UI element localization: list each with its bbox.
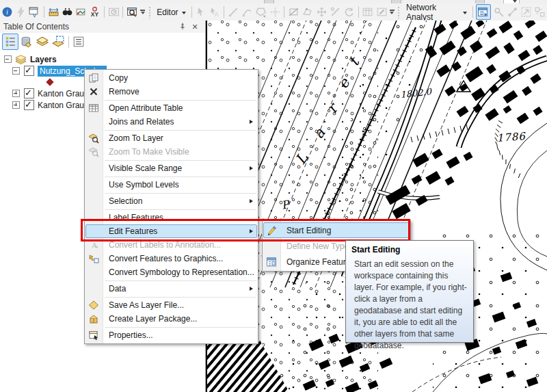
layers-icon: [15, 55, 27, 64]
sketch-properties-icon[interactable]: [375, 5, 388, 19]
menu-item-label: Convert Symbology to Representation...: [109, 267, 254, 277]
find-icon[interactable]: [61, 5, 73, 19]
menu-item-convert-features-to-graphics[interactable]: Convert Features to Graphics...: [85, 252, 258, 265]
sketch-shape-icon[interactable]: [255, 5, 267, 19]
layer-label-kanton-2[interactable]: Kanton Graub: [38, 101, 89, 110]
list-by-selection-icon[interactable]: [51, 34, 66, 49]
layer-label-kanton-1[interactable]: Kanton Graub: [38, 89, 89, 99]
html-popup-icon[interactable]: [29, 5, 41, 19]
solve-icon[interactable]: [506, 5, 518, 19]
menu-item-copy[interactable]: Copy: [85, 71, 258, 85]
toolbar-grip[interactable]: [148, 6, 152, 18]
menu-item-save-as-layer-file[interactable]: Save As Layer File...: [85, 298, 258, 312]
submenu-item-start-editing[interactable]: Start Editing: [263, 222, 410, 238]
menu-item-label: Joins and Relates: [109, 117, 174, 127]
create-viewer-window-icon[interactable]: [126, 5, 138, 19]
reshape-feature-icon[interactable]: [302, 5, 314, 19]
layer-context-menu: CopyRemoveOpen Attribute TableJoins and …: [84, 69, 258, 344]
toolbar-grip[interactable]: [397, 6, 401, 18]
layer-symbol-diamond[interactable]: [46, 78, 53, 86]
move-feature-icon[interactable]: [315, 5, 328, 19]
rotate-tool-icon[interactable]: [343, 5, 355, 19]
menu-item-convert-symbology-to-representation[interactable]: Convert Symbology to Representation...: [85, 265, 258, 279]
menu-item-label: Selection: [109, 196, 142, 206]
menu-item-label: Visible Scale Range: [109, 164, 182, 173]
hyperlink-icon[interactable]: [14, 5, 27, 19]
menu-item-label: Start Editing: [286, 226, 331, 235]
list-by-source-icon[interactable]: [19, 34, 34, 49]
zoomlayer-icon: [85, 133, 103, 144]
time-slider-icon[interactable]: [107, 5, 120, 19]
directions-icon[interactable]: [520, 5, 533, 19]
network-analyst-menu-button[interactable]: Network Analyst: [403, 1, 470, 23]
chevron-down-icon: [463, 12, 467, 14]
menu-item-remove[interactable]: Remove: [85, 85, 258, 99]
remove-icon: [85, 86, 103, 97]
editor-menu-label: Editor: [157, 8, 178, 17]
layer-checkbox[interactable]: [24, 100, 34, 110]
snapping-icon[interactable]: [269, 5, 281, 19]
sketch-line-icon[interactable]: [227, 5, 239, 19]
editor-menu-button[interactable]: Editor: [153, 6, 189, 18]
tooltip-title: Start Editing: [351, 245, 468, 254]
copy-icon: [85, 73, 103, 83]
create-network-location-icon[interactable]: [492, 5, 505, 19]
network-analyst-window-icon[interactable]: [476, 4, 491, 20]
cut-polygons-icon[interactable]: [287, 5, 299, 19]
layers-root-label[interactable]: Layers: [30, 55, 57, 64]
menu-item-edit-features[interactable]: Edit Features: [85, 224, 258, 238]
menu-item-visible-scale-range[interactable]: Visible Scale Range: [85, 161, 258, 175]
edit-annotation-icon[interactable]: A: [209, 5, 221, 19]
list-by-visibility-icon[interactable]: [35, 34, 50, 49]
collapse-box[interactable]: [4, 55, 12, 63]
expand-box[interactable]: [12, 101, 20, 109]
package-icon: [85, 313, 103, 324]
menu-item-joins-and-relates[interactable]: Joins and Relates: [85, 115, 258, 129]
toc-options-icon[interactable]: [71, 34, 86, 49]
find-route-icon[interactable]: [75, 5, 87, 19]
menu-item-label-features[interactable]: Label Features: [85, 211, 258, 224]
toolbar-options-button[interactable]: [139, 6, 146, 18]
layer-checkbox[interactable]: [24, 88, 34, 99]
menu-item-label: Properties...: [109, 330, 153, 340]
toolbar-row: i XY Editor A: [0, 3, 547, 21]
sketch-arc-icon[interactable]: [241, 5, 253, 19]
annotation-icon: A: [85, 239, 103, 250]
go-to-xy-icon[interactable]: XY: [89, 5, 101, 19]
layer-checkbox[interactable]: [24, 66, 34, 76]
identify-icon[interactable]: i: [1, 5, 13, 19]
measure-icon[interactable]: [47, 5, 59, 19]
collapse-box[interactable]: [12, 67, 20, 75]
menu-item-label: Zoom To Make Visible: [109, 147, 189, 157]
menu-item-create-layer-package[interactable]: Create Layer Package...: [85, 312, 258, 326]
expand-box[interactable]: [12, 90, 20, 97]
map-elevation-label-1786: 1786: [496, 130, 526, 144]
split-tool-icon[interactable]: [329, 5, 341, 19]
menu-item-selection[interactable]: Selection: [85, 194, 258, 208]
submenu-arrow-icon: [250, 199, 253, 203]
pin-icon[interactable]: [178, 22, 187, 31]
svg-text:A: A: [92, 241, 97, 249]
menu-item-properties[interactable]: Properties...: [85, 328, 258, 342]
edit-tool-icon[interactable]: [195, 5, 207, 19]
menu-item-zoom-to-layer[interactable]: Zoom To Layer: [85, 131, 258, 145]
editor-toolbar-options-button[interactable]: [388, 6, 395, 18]
tree-row-layers[interactable]: Layers: [0, 53, 205, 65]
submenu-arrow-icon: [250, 120, 253, 124]
close-icon[interactable]: ✕: [190, 22, 200, 31]
menu-item-label: Remove: [109, 87, 139, 96]
menu-item-label: Convert Labels to Annotation...: [109, 240, 221, 250]
svg-text:A: A: [215, 11, 219, 18]
savelayer-icon: [85, 300, 103, 311]
menu-item-use-symbol-levels[interactable]: Use Symbol Levels: [85, 178, 258, 192]
network-analyst-menu-label: Network Analyst: [406, 3, 459, 22]
attributes-icon[interactable]: [362, 5, 374, 19]
menu-item-data[interactable]: Data: [85, 282, 258, 296]
list-by-drawing-order-icon[interactable]: [2, 34, 18, 50]
build-network-icon[interactable]: [534, 5, 546, 19]
menu-item-label: Create Layer Package...: [109, 314, 197, 324]
menu-item-label: Save As Layer File...: [109, 300, 184, 310]
menu-item-open-attribute-table[interactable]: Open Attribute Table: [85, 101, 258, 115]
menu-item-label: Use Symbol Levels: [109, 180, 179, 190]
toc-header: Table Of Contents ✕: [0, 21, 205, 33]
